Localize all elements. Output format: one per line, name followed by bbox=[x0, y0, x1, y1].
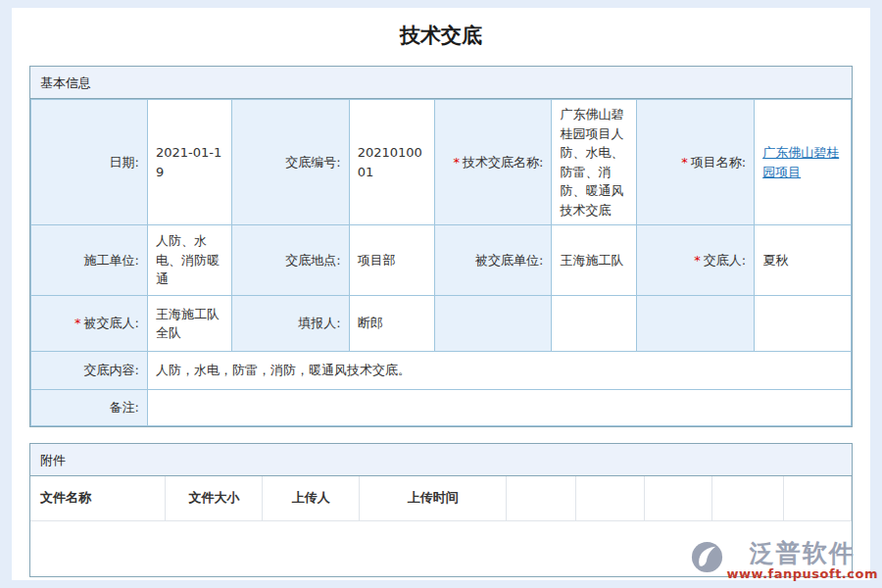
name-label-text: 技术交底名称: bbox=[463, 155, 543, 170]
to-unit-value: 王海施工队 bbox=[552, 225, 637, 296]
name-value: 广东佛山碧桂园项目人防、水电、防雷、消防、暖通风技术交底 bbox=[552, 100, 637, 225]
project-label-text: 项目名称: bbox=[691, 155, 746, 170]
basic-info-panel: 基本信息 日期: 2021-01-19 交底编号: 2021010001 *技术… bbox=[29, 66, 853, 427]
table-row: *被交底人: 王海施工队全队 填报人: 断郎 bbox=[31, 296, 852, 352]
content-value: 人防，水电，防雷，消防，暖通风技术交底。 bbox=[147, 352, 851, 390]
project-label: *项目名称: bbox=[637, 100, 755, 225]
to-unit-label: 被交底单位: bbox=[434, 225, 552, 296]
date-label: 日期: bbox=[31, 100, 148, 225]
empty-column-header bbox=[711, 476, 783, 520]
table-row: 施工单位: 人防、水电、消防暖通 交底地点: 项目部 被交底单位: 王海施工队 … bbox=[31, 225, 852, 296]
empty-label-cell bbox=[434, 296, 552, 352]
file-name-column-header: 文件名称 bbox=[30, 476, 166, 520]
name-label: *技术交底名称: bbox=[434, 100, 552, 225]
basic-info-section-header: 基本信息 bbox=[30, 67, 852, 99]
required-mark: * bbox=[681, 155, 688, 170]
filler-label: 填报人: bbox=[231, 296, 349, 352]
number-label: 交底编号: bbox=[231, 100, 349, 225]
fanpu-logo-text: 泛普软件 bbox=[750, 541, 856, 566]
uploader-column-header: 上传人 bbox=[263, 476, 360, 520]
date-value: 2021-01-19 bbox=[147, 100, 231, 225]
content-label: 交底内容: bbox=[31, 352, 148, 390]
fanpu-logo: 泛普软件 www.fanpusoft.com bbox=[690, 541, 878, 581]
to-person-label-text: 被交底人: bbox=[83, 316, 138, 330]
filler-value: 断郎 bbox=[349, 296, 434, 352]
basic-info-table: 日期: 2021-01-19 交底编号: 2021010001 *技术交底名称:… bbox=[30, 99, 852, 426]
empty-value-cell bbox=[552, 296, 637, 352]
discloser-value: 夏秋 bbox=[755, 225, 852, 296]
empty-column-header bbox=[576, 476, 645, 520]
empty-column-header bbox=[783, 476, 851, 520]
page-title: 技术交底 bbox=[12, 8, 870, 66]
discloser-label: *交底人: bbox=[637, 225, 755, 296]
project-value: 广东佛山碧桂园项目 bbox=[755, 100, 852, 225]
fanpu-logo-icon bbox=[690, 540, 724, 574]
to-person-label: *被交底人: bbox=[31, 296, 148, 352]
upload-time-column-header: 上传时间 bbox=[360, 476, 507, 520]
unit-value: 人防、水电、消防暖通 bbox=[147, 225, 231, 296]
empty-label-cell bbox=[637, 296, 755, 352]
empty-column-header bbox=[507, 476, 576, 520]
required-mark: * bbox=[74, 316, 81, 330]
table-row: 日期: 2021-01-19 交底编号: 2021010001 *技术交底名称:… bbox=[31, 100, 852, 225]
to-person-value: 王海施工队全队 bbox=[147, 296, 231, 352]
page-content: 技术交底 基本信息 日期: 2021-01-19 交底编号: 202101000… bbox=[12, 8, 870, 580]
number-value: 2021010001 bbox=[349, 100, 434, 225]
table-row: 备注: bbox=[31, 390, 852, 426]
table-row: 交底内容: 人防，水电，防雷，消防，暖通风技术交底。 bbox=[31, 352, 852, 390]
attachments-section-header: 附件 bbox=[30, 444, 852, 476]
remark-label: 备注: bbox=[31, 390, 148, 426]
file-size-column-header: 文件大小 bbox=[166, 476, 263, 520]
empty-column-header bbox=[644, 476, 711, 520]
discloser-label-text: 交底人: bbox=[704, 253, 746, 268]
empty-value-cell bbox=[755, 296, 852, 352]
fanpu-website-link[interactable]: www.fanpusoft.com bbox=[726, 566, 878, 581]
location-value: 项目部 bbox=[349, 225, 434, 296]
unit-label: 施工单位: bbox=[31, 225, 148, 296]
required-mark: * bbox=[454, 155, 461, 170]
required-mark: * bbox=[694, 253, 701, 268]
remark-value bbox=[147, 390, 851, 426]
attachments-table: 文件名称 文件大小 上传人 上传时间 bbox=[30, 476, 852, 521]
project-link[interactable]: 广东佛山碧桂园项目 bbox=[762, 145, 839, 179]
location-label: 交底地点: bbox=[231, 225, 349, 296]
attachments-header-row: 文件名称 文件大小 上传人 上传时间 bbox=[30, 476, 852, 520]
